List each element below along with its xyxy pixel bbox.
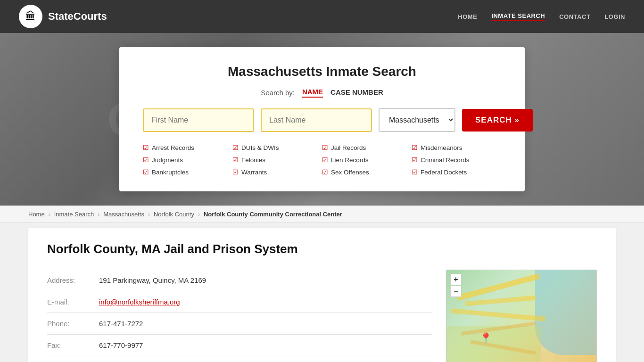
last-name-input[interactable] — [261, 108, 372, 132]
feature-label: Judgments — [152, 156, 183, 164]
map-placeholder: 📍 + − — [446, 270, 597, 362]
map-zoom-in[interactable]: + — [450, 274, 462, 285]
info-row: Phone:617-471-7272 — [47, 313, 432, 335]
breadcrumb-massachusetts[interactable]: Massachusetts — [103, 211, 144, 218]
feature-item: ☑DUIs & DWIs — [232, 142, 322, 153]
feature-item: ☑Warrants — [232, 167, 322, 177]
check-icon: ☑ — [232, 168, 239, 176]
feature-item: ☑Criminal Records — [412, 155, 501, 165]
info-row: Address:191 Parkingway, Quincy, MA 2169 — [47, 270, 432, 291]
features-grid: ☑Arrest Records☑DUIs & DWIs☑Jail Records… — [143, 142, 501, 177]
breadcrumb-inmate-search[interactable]: Inmate Search — [54, 211, 94, 218]
info-label: E-mail: — [47, 298, 99, 306]
map-controls: + − — [450, 274, 462, 297]
feature-item: ☑Felonies — [232, 155, 322, 165]
feature-label: Warrants — [241, 169, 267, 176]
feature-label: Arrest Records — [152, 144, 194, 151]
content-card: Norfolk County, MA Jail and Prison Syste… — [28, 228, 616, 362]
check-icon: ☑ — [232, 144, 239, 151]
nav-contact[interactable]: CONTACT — [559, 13, 590, 20]
breadcrumb-home[interactable]: Home — [28, 211, 45, 218]
check-icon: ☑ — [322, 168, 328, 176]
feature-label: Jail Records — [331, 144, 366, 151]
breadcrumb-sep-3: › — [148, 211, 150, 218]
main-content: Norfolk County, MA Jail and Prison Syste… — [0, 223, 644, 362]
feature-item: ☑Federal Dockets — [412, 167, 501, 177]
check-icon: ☑ — [232, 156, 239, 164]
tab-name[interactable]: NAME — [302, 88, 323, 98]
info-value: 191 Parkingway, Quincy, MA 2169 — [99, 276, 206, 284]
info-value[interactable]: info@norfolksheriffma.org — [99, 298, 180, 306]
logo-icon: 🏛 — [19, 5, 42, 28]
search-by-row: Search by: NAME CASE NUMBER — [143, 88, 501, 98]
check-icon: ☑ — [412, 144, 418, 151]
feature-label: Criminal Records — [421, 156, 470, 164]
nav-home[interactable]: HOME — [458, 13, 477, 20]
header: 🏛 StateCourts HOME INMATE SEARCH CONTACT… — [0, 0, 644, 33]
feature-item: ☑Jail Records — [322, 142, 412, 153]
check-icon: ☑ — [412, 168, 418, 176]
lower-section: Address:191 Parkingway, Quincy, MA 2169E… — [47, 270, 597, 362]
map-marker: 📍 — [479, 332, 492, 345]
check-icon: ☑ — [322, 156, 328, 164]
check-icon: ☑ — [143, 144, 149, 151]
breadcrumb-sep-1: › — [49, 211, 50, 218]
feature-item: ☑Bankruptcies — [143, 167, 232, 177]
first-name-input[interactable] — [143, 108, 254, 132]
nav-links: HOME INMATE SEARCH CONTACT LOGIN — [458, 12, 625, 21]
check-icon: ☑ — [322, 144, 328, 151]
breadcrumb-current: Norfolk County Community Correctional Ce… — [204, 211, 342, 218]
info-label: Phone: — [47, 320, 99, 328]
check-icon: ☑ — [143, 168, 149, 176]
feature-label: Sex Offenses — [331, 169, 369, 176]
tab-case-number[interactable]: CASE NUMBER — [330, 88, 383, 97]
feature-item: ☑Misdemeanors — [412, 142, 501, 153]
feature-item: ☑Judgments — [143, 155, 232, 165]
info-label: Address: — [47, 276, 99, 284]
info-section: Address:191 Parkingway, Quincy, MA 2169E… — [47, 270, 432, 362]
info-value: 617-770-9977 — [99, 341, 143, 349]
state-select[interactable]: Massachusetts Alabama Alaska Arizona Cal… — [379, 108, 455, 132]
info-row: E-mail:info@norfolksheriffma.org — [47, 291, 432, 313]
search-card: Massachusetts Inmate Search Search by: N… — [119, 47, 525, 191]
map-zoom-out[interactable]: − — [450, 286, 462, 297]
nav-login[interactable]: LOGIN — [604, 13, 625, 20]
feature-label: Felonies — [241, 156, 265, 164]
content-title: Norfolk County, MA Jail and Prison Syste… — [47, 242, 597, 256]
feature-item: ☑Sex Offenses — [322, 167, 412, 177]
nav-inmate-search[interactable]: INMATE SEARCH — [491, 12, 545, 21]
breadcrumb-norfolk-county[interactable]: Norfolk County — [154, 211, 194, 218]
feature-label: Bankruptcies — [152, 169, 189, 176]
search-inputs-row: Massachusetts Alabama Alaska Arizona Cal… — [143, 108, 501, 132]
check-icon: ☑ — [143, 156, 149, 164]
breadcrumb-sep-2: › — [98, 211, 99, 218]
logo-area: 🏛 StateCourts — [19, 5, 107, 28]
info-value: 617-471-7272 — [99, 320, 143, 328]
feature-label: Lien Records — [331, 156, 369, 164]
check-icon: ☑ — [412, 156, 418, 164]
search-button[interactable]: SEARCH » — [462, 109, 533, 132]
feature-item: ☑Lien Records — [322, 155, 412, 165]
feature-item: ☑Arrest Records — [143, 142, 232, 153]
hero-section: COURTHOUSE Massachusetts Inmate Search S… — [0, 33, 644, 206]
breadcrumb-sep-4: › — [198, 211, 200, 218]
feature-label: Misdemeanors — [421, 144, 462, 151]
info-table: Address:191 Parkingway, Quincy, MA 2169E… — [47, 270, 432, 362]
feature-label: DUIs & DWIs — [241, 144, 279, 151]
map-section: 📍 + − — [446, 270, 597, 362]
search-by-label: Search by: — [261, 89, 295, 97]
feature-label: Federal Dockets — [421, 169, 467, 176]
info-label: Fax: — [47, 341, 99, 349]
info-row: Website:http://www.norfolksheriff.com/ — [47, 356, 432, 362]
logo-text: StateCourts — [48, 10, 107, 23]
search-card-title: Massachusetts Inmate Search — [143, 64, 501, 79]
breadcrumb: Home › Inmate Search › Massachusetts › N… — [0, 206, 644, 223]
info-row: Fax:617-770-9977 — [47, 335, 432, 356]
